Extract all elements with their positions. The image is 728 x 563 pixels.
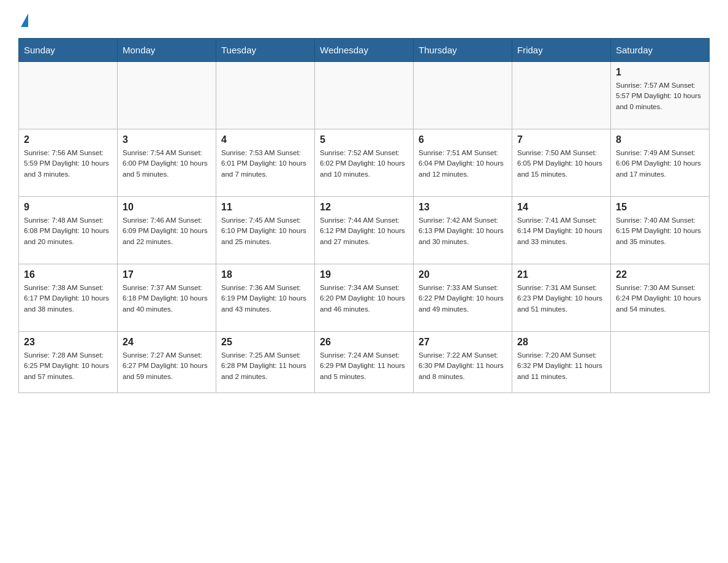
calendar-cell	[216, 62, 315, 129]
weekday-header-row: SundayMondayTuesdayWednesdayThursdayFrid…	[19, 39, 710, 62]
calendar-cell: 9Sunrise: 7:48 AM Sunset: 6:08 PM Daylig…	[19, 197, 118, 264]
day-info: Sunrise: 7:57 AM Sunset: 5:57 PM Dayligh…	[616, 80, 704, 112]
day-number: 5	[320, 134, 408, 145]
day-number: 14	[517, 202, 605, 213]
weekday-header-monday: Monday	[118, 39, 216, 62]
weekday-header-tuesday: Tuesday	[216, 39, 315, 62]
calendar-cell	[315, 62, 414, 129]
day-number: 28	[517, 337, 605, 348]
day-info: Sunrise: 7:22 AM Sunset: 6:30 PM Dayligh…	[419, 350, 507, 382]
calendar-cell	[414, 62, 512, 129]
calendar-cell: 19Sunrise: 7:34 AM Sunset: 6:20 PM Dayli…	[315, 264, 414, 332]
calendar-cell: 5Sunrise: 7:52 AM Sunset: 6:02 PM Daylig…	[315, 129, 414, 197]
logo-arrow-icon	[21, 13, 28, 27]
day-info: Sunrise: 7:52 AM Sunset: 6:02 PM Dayligh…	[320, 148, 408, 180]
day-info: Sunrise: 7:56 AM Sunset: 5:59 PM Dayligh…	[24, 148, 112, 180]
calendar-cell: 17Sunrise: 7:37 AM Sunset: 6:18 PM Dayli…	[118, 264, 216, 332]
day-number: 21	[517, 269, 605, 280]
day-number: 16	[24, 269, 112, 280]
day-info: Sunrise: 7:36 AM Sunset: 6:19 PM Dayligh…	[221, 283, 309, 315]
day-number: 26	[320, 337, 408, 348]
calendar-cell: 26Sunrise: 7:24 AM Sunset: 6:29 PM Dayli…	[315, 332, 414, 393]
calendar-cell: 21Sunrise: 7:31 AM Sunset: 6:23 PM Dayli…	[512, 264, 611, 332]
calendar-cell: 4Sunrise: 7:53 AM Sunset: 6:01 PM Daylig…	[216, 129, 315, 197]
day-number: 7	[517, 134, 605, 145]
day-info: Sunrise: 7:37 AM Sunset: 6:18 PM Dayligh…	[123, 283, 211, 315]
calendar-cell: 27Sunrise: 7:22 AM Sunset: 6:30 PM Dayli…	[414, 332, 512, 393]
calendar-cell: 10Sunrise: 7:46 AM Sunset: 6:09 PM Dayli…	[118, 197, 216, 264]
weekday-header-friday: Friday	[512, 39, 611, 62]
calendar-cell: 1Sunrise: 7:57 AM Sunset: 5:57 PM Daylig…	[611, 62, 710, 129]
calendar-cell: 20Sunrise: 7:33 AM Sunset: 6:22 PM Dayli…	[414, 264, 512, 332]
day-info: Sunrise: 7:24 AM Sunset: 6:29 PM Dayligh…	[320, 350, 408, 382]
calendar-week-row: 2Sunrise: 7:56 AM Sunset: 5:59 PM Daylig…	[19, 129, 710, 197]
calendar-cell: 24Sunrise: 7:27 AM Sunset: 6:27 PM Dayli…	[118, 332, 216, 393]
day-info: Sunrise: 7:51 AM Sunset: 6:04 PM Dayligh…	[419, 148, 507, 180]
calendar-cell: 11Sunrise: 7:45 AM Sunset: 6:10 PM Dayli…	[216, 197, 315, 264]
day-number: 23	[24, 337, 112, 348]
day-info: Sunrise: 7:38 AM Sunset: 6:17 PM Dayligh…	[24, 283, 112, 315]
day-info: Sunrise: 7:28 AM Sunset: 6:25 PM Dayligh…	[24, 350, 112, 382]
day-number: 27	[419, 337, 507, 348]
day-info: Sunrise: 7:41 AM Sunset: 6:14 PM Dayligh…	[517, 215, 605, 247]
day-info: Sunrise: 7:27 AM Sunset: 6:27 PM Dayligh…	[123, 350, 211, 382]
page-header	[18, 12, 710, 26]
weekday-header-sunday: Sunday	[19, 39, 118, 62]
calendar-week-row: 9Sunrise: 7:48 AM Sunset: 6:08 PM Daylig…	[19, 197, 710, 264]
calendar-cell: 2Sunrise: 7:56 AM Sunset: 5:59 PM Daylig…	[19, 129, 118, 197]
calendar-table: SundayMondayTuesdayWednesdayThursdayFrid…	[18, 38, 710, 393]
day-info: Sunrise: 7:40 AM Sunset: 6:15 PM Dayligh…	[616, 215, 704, 247]
day-info: Sunrise: 7:48 AM Sunset: 6:08 PM Dayligh…	[24, 215, 112, 247]
weekday-header-thursday: Thursday	[414, 39, 512, 62]
day-info: Sunrise: 7:49 AM Sunset: 6:06 PM Dayligh…	[616, 148, 704, 180]
day-info: Sunrise: 7:45 AM Sunset: 6:10 PM Dayligh…	[221, 215, 309, 247]
day-info: Sunrise: 7:42 AM Sunset: 6:13 PM Dayligh…	[419, 215, 507, 247]
weekday-header-saturday: Saturday	[611, 39, 710, 62]
day-number: 6	[419, 134, 507, 145]
day-info: Sunrise: 7:44 AM Sunset: 6:12 PM Dayligh…	[320, 215, 408, 247]
day-number: 20	[419, 269, 507, 280]
calendar-cell: 22Sunrise: 7:30 AM Sunset: 6:24 PM Dayli…	[611, 264, 710, 332]
day-number: 15	[616, 202, 704, 213]
calendar-week-row: 16Sunrise: 7:38 AM Sunset: 6:17 PM Dayli…	[19, 264, 710, 332]
day-number: 1	[616, 67, 704, 78]
day-number: 3	[123, 134, 211, 145]
calendar-cell: 23Sunrise: 7:28 AM Sunset: 6:25 PM Dayli…	[19, 332, 118, 393]
day-info: Sunrise: 7:50 AM Sunset: 6:05 PM Dayligh…	[517, 148, 605, 180]
calendar-cell: 7Sunrise: 7:50 AM Sunset: 6:05 PM Daylig…	[512, 129, 611, 197]
day-info: Sunrise: 7:25 AM Sunset: 6:28 PM Dayligh…	[221, 350, 309, 382]
calendar-cell: 25Sunrise: 7:25 AM Sunset: 6:28 PM Dayli…	[216, 332, 315, 393]
calendar-cell: 6Sunrise: 7:51 AM Sunset: 6:04 PM Daylig…	[414, 129, 512, 197]
day-number: 10	[123, 202, 211, 213]
day-info: Sunrise: 7:33 AM Sunset: 6:22 PM Dayligh…	[419, 283, 507, 315]
day-info: Sunrise: 7:20 AM Sunset: 6:32 PM Dayligh…	[517, 350, 605, 382]
day-info: Sunrise: 7:46 AM Sunset: 6:09 PM Dayligh…	[123, 215, 211, 247]
calendar-cell: 18Sunrise: 7:36 AM Sunset: 6:19 PM Dayli…	[216, 264, 315, 332]
day-number: 25	[221, 337, 309, 348]
calendar-cell: 8Sunrise: 7:49 AM Sunset: 6:06 PM Daylig…	[611, 129, 710, 197]
day-info: Sunrise: 7:53 AM Sunset: 6:01 PM Dayligh…	[221, 148, 309, 180]
day-info: Sunrise: 7:34 AM Sunset: 6:20 PM Dayligh…	[320, 283, 408, 315]
day-number: 2	[24, 134, 112, 145]
day-number: 18	[221, 269, 309, 280]
day-number: 19	[320, 269, 408, 280]
calendar-cell	[611, 332, 710, 393]
calendar-week-row: 23Sunrise: 7:28 AM Sunset: 6:25 PM Dayli…	[19, 332, 710, 393]
calendar-cell	[512, 62, 611, 129]
day-number: 11	[221, 202, 309, 213]
calendar-cell: 16Sunrise: 7:38 AM Sunset: 6:17 PM Dayli…	[19, 264, 118, 332]
day-info: Sunrise: 7:54 AM Sunset: 6:00 PM Dayligh…	[123, 148, 211, 180]
day-info: Sunrise: 7:31 AM Sunset: 6:23 PM Dayligh…	[517, 283, 605, 315]
day-number: 9	[24, 202, 112, 213]
logo	[18, 12, 28, 26]
day-number: 12	[320, 202, 408, 213]
day-number: 17	[123, 269, 211, 280]
day-number: 8	[616, 134, 704, 145]
calendar-cell: 15Sunrise: 7:40 AM Sunset: 6:15 PM Dayli…	[611, 197, 710, 264]
calendar-cell: 12Sunrise: 7:44 AM Sunset: 6:12 PM Dayli…	[315, 197, 414, 264]
day-number: 13	[419, 202, 507, 213]
calendar-cell: 13Sunrise: 7:42 AM Sunset: 6:13 PM Dayli…	[414, 197, 512, 264]
calendar-week-row: 1Sunrise: 7:57 AM Sunset: 5:57 PM Daylig…	[19, 62, 710, 129]
day-info: Sunrise: 7:30 AM Sunset: 6:24 PM Dayligh…	[616, 283, 704, 315]
calendar-cell: 14Sunrise: 7:41 AM Sunset: 6:14 PM Dayli…	[512, 197, 611, 264]
